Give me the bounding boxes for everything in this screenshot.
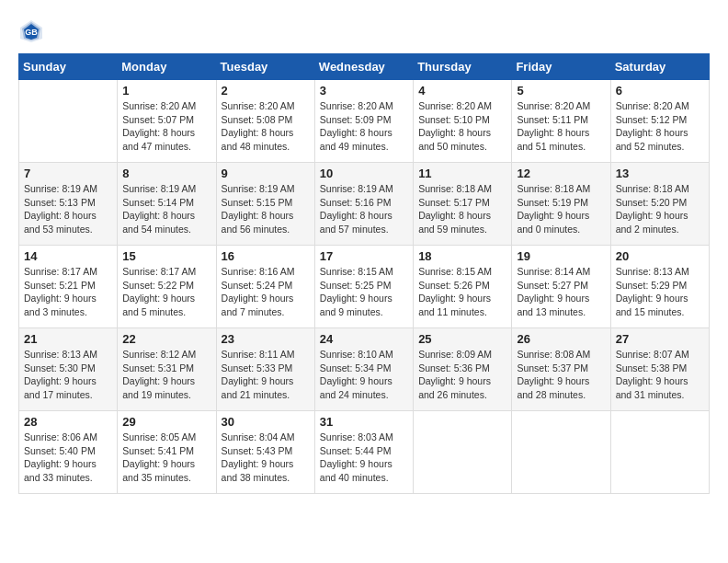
calendar-header-row: Sunday Monday Tuesday Wednesday Thursday…	[19, 54, 710, 80]
table-row: 14Sunrise: 8:17 AM Sunset: 5:21 PM Dayli…	[19, 246, 118, 328]
table-row: 13Sunrise: 8:18 AM Sunset: 5:20 PM Dayli…	[610, 163, 709, 246]
logo: GB	[18, 18, 48, 44]
table-row: 6Sunrise: 8:20 AM Sunset: 5:12 PM Daylig…	[610, 80, 709, 163]
table-row: 7Sunrise: 8:19 AM Sunset: 5:13 PM Daylig…	[19, 163, 118, 246]
day-number: 5	[517, 84, 605, 98]
table-row: 18Sunrise: 8:15 AM Sunset: 5:26 PM Dayli…	[414, 246, 512, 328]
table-row: 29Sunrise: 8:05 AM Sunset: 5:41 PM Dayli…	[118, 411, 216, 494]
svg-text:GB: GB	[25, 28, 38, 37]
col-sunday: Sunday	[19, 54, 118, 80]
day-info: Sunrise: 8:09 AM Sunset: 5:36 PM Dayligh…	[418, 348, 506, 402]
day-info: Sunrise: 8:19 AM Sunset: 5:16 PM Dayligh…	[320, 182, 408, 236]
col-wednesday: Wednesday	[314, 54, 413, 80]
day-info: Sunrise: 8:13 AM Sunset: 5:29 PM Dayligh…	[616, 265, 704, 319]
day-number: 30	[222, 415, 310, 429]
day-number: 29	[122, 415, 210, 429]
day-info: Sunrise: 8:05 AM Sunset: 5:41 PM Dayligh…	[122, 431, 210, 485]
table-row: 15Sunrise: 8:17 AM Sunset: 5:22 PM Dayli…	[118, 246, 216, 328]
table-row: 5Sunrise: 8:20 AM Sunset: 5:11 PM Daylig…	[512, 80, 610, 163]
table-row: 16Sunrise: 8:16 AM Sunset: 5:24 PM Dayli…	[216, 246, 314, 328]
table-row: 31Sunrise: 8:03 AM Sunset: 5:44 PM Dayli…	[314, 411, 413, 494]
calendar-week-row: 14Sunrise: 8:17 AM Sunset: 5:21 PM Dayli…	[19, 246, 710, 328]
day-number: 26	[517, 332, 605, 346]
day-info: Sunrise: 8:10 AM Sunset: 5:34 PM Dayligh…	[320, 348, 408, 402]
day-number: 18	[418, 249, 506, 263]
table-row: 11Sunrise: 8:18 AM Sunset: 5:17 PM Dayli…	[414, 163, 512, 246]
day-info: Sunrise: 8:08 AM Sunset: 5:37 PM Dayligh…	[517, 348, 605, 402]
day-info: Sunrise: 8:15 AM Sunset: 5:25 PM Dayligh…	[320, 265, 408, 319]
day-number: 31	[320, 415, 408, 429]
day-info: Sunrise: 8:15 AM Sunset: 5:26 PM Dayligh…	[418, 265, 506, 319]
calendar-week-row: 21Sunrise: 8:13 AM Sunset: 5:30 PM Dayli…	[19, 328, 710, 411]
day-number: 27	[616, 332, 704, 346]
table-row: 4Sunrise: 8:20 AM Sunset: 5:10 PM Daylig…	[414, 80, 512, 163]
table-row: 24Sunrise: 8:10 AM Sunset: 5:34 PM Dayli…	[314, 328, 413, 411]
day-info: Sunrise: 8:11 AM Sunset: 5:33 PM Dayligh…	[222, 348, 310, 402]
table-row: 3Sunrise: 8:20 AM Sunset: 5:09 PM Daylig…	[314, 80, 413, 163]
day-number: 13	[616, 167, 704, 180]
col-monday: Monday	[118, 54, 216, 80]
day-number: 2	[222, 84, 310, 98]
table-row: 8Sunrise: 8:19 AM Sunset: 5:14 PM Daylig…	[118, 163, 216, 246]
table-row: 26Sunrise: 8:08 AM Sunset: 5:37 PM Dayli…	[512, 328, 610, 411]
day-number: 20	[616, 249, 704, 263]
day-number: 15	[122, 249, 210, 263]
day-info: Sunrise: 8:17 AM Sunset: 5:22 PM Dayligh…	[122, 265, 210, 319]
calendar-week-row: 1Sunrise: 8:20 AM Sunset: 5:07 PM Daylig…	[19, 80, 710, 163]
day-info: Sunrise: 8:12 AM Sunset: 5:31 PM Dayligh…	[122, 348, 210, 402]
day-number: 16	[222, 249, 310, 263]
col-thursday: Thursday	[414, 54, 512, 80]
day-info: Sunrise: 8:20 AM Sunset: 5:09 PM Dayligh…	[320, 99, 408, 154]
table-row: 23Sunrise: 8:11 AM Sunset: 5:33 PM Dayli…	[216, 328, 314, 411]
day-number: 9	[222, 167, 310, 180]
table-row: 10Sunrise: 8:19 AM Sunset: 5:16 PM Dayli…	[314, 163, 413, 246]
day-info: Sunrise: 8:18 AM Sunset: 5:20 PM Dayligh…	[616, 182, 704, 236]
day-number: 19	[517, 249, 605, 263]
table-row	[610, 411, 709, 494]
table-row: 17Sunrise: 8:15 AM Sunset: 5:25 PM Dayli…	[314, 246, 413, 328]
table-row	[19, 80, 118, 163]
day-info: Sunrise: 8:20 AM Sunset: 5:12 PM Dayligh…	[616, 99, 704, 154]
table-row: 2Sunrise: 8:20 AM Sunset: 5:08 PM Daylig…	[216, 80, 314, 163]
day-number: 25	[418, 332, 506, 346]
calendar-table: Sunday Monday Tuesday Wednesday Thursday…	[18, 53, 710, 494]
table-row: 1Sunrise: 8:20 AM Sunset: 5:07 PM Daylig…	[118, 80, 216, 163]
table-row: 25Sunrise: 8:09 AM Sunset: 5:36 PM Dayli…	[414, 328, 512, 411]
day-info: Sunrise: 8:20 AM Sunset: 5:07 PM Dayligh…	[122, 99, 210, 154]
day-info: Sunrise: 8:07 AM Sunset: 5:38 PM Dayligh…	[616, 348, 704, 402]
table-row: 27Sunrise: 8:07 AM Sunset: 5:38 PM Dayli…	[610, 328, 709, 411]
day-info: Sunrise: 8:20 AM Sunset: 5:08 PM Dayligh…	[222, 99, 310, 154]
day-number: 4	[418, 84, 506, 98]
page-header: GB	[18, 18, 710, 44]
table-row	[414, 411, 512, 494]
table-row	[512, 411, 610, 494]
table-row: 12Sunrise: 8:18 AM Sunset: 5:19 PM Dayli…	[512, 163, 610, 246]
table-row: 30Sunrise: 8:04 AM Sunset: 5:43 PM Dayli…	[216, 411, 314, 494]
day-info: Sunrise: 8:19 AM Sunset: 5:13 PM Dayligh…	[24, 182, 112, 236]
calendar-week-row: 7Sunrise: 8:19 AM Sunset: 5:13 PM Daylig…	[19, 163, 710, 246]
day-info: Sunrise: 8:19 AM Sunset: 5:14 PM Dayligh…	[122, 182, 210, 236]
day-info: Sunrise: 8:04 AM Sunset: 5:43 PM Dayligh…	[222, 431, 310, 485]
day-info: Sunrise: 8:17 AM Sunset: 5:21 PM Dayligh…	[24, 265, 112, 319]
day-number: 12	[517, 167, 605, 180]
day-info: Sunrise: 8:03 AM Sunset: 5:44 PM Dayligh…	[320, 431, 408, 485]
day-info: Sunrise: 8:20 AM Sunset: 5:10 PM Dayligh…	[418, 99, 506, 154]
day-number: 14	[24, 249, 112, 263]
day-number: 22	[122, 332, 210, 346]
table-row: 9Sunrise: 8:19 AM Sunset: 5:15 PM Daylig…	[216, 163, 314, 246]
calendar-week-row: 28Sunrise: 8:06 AM Sunset: 5:40 PM Dayli…	[19, 411, 710, 494]
day-number: 6	[616, 84, 704, 98]
day-number: 21	[24, 332, 112, 346]
table-row: 21Sunrise: 8:13 AM Sunset: 5:30 PM Dayli…	[19, 328, 118, 411]
col-saturday: Saturday	[610, 54, 709, 80]
day-info: Sunrise: 8:18 AM Sunset: 5:19 PM Dayligh…	[517, 182, 605, 236]
day-number: 1	[122, 84, 210, 98]
day-info: Sunrise: 8:16 AM Sunset: 5:24 PM Dayligh…	[222, 265, 310, 319]
table-row: 22Sunrise: 8:12 AM Sunset: 5:31 PM Dayli…	[118, 328, 216, 411]
day-number: 28	[24, 415, 112, 429]
table-row: 19Sunrise: 8:14 AM Sunset: 5:27 PM Dayli…	[512, 246, 610, 328]
day-number: 17	[320, 249, 408, 263]
day-number: 8	[122, 167, 210, 180]
day-number: 7	[24, 167, 112, 180]
day-number: 23	[222, 332, 310, 346]
